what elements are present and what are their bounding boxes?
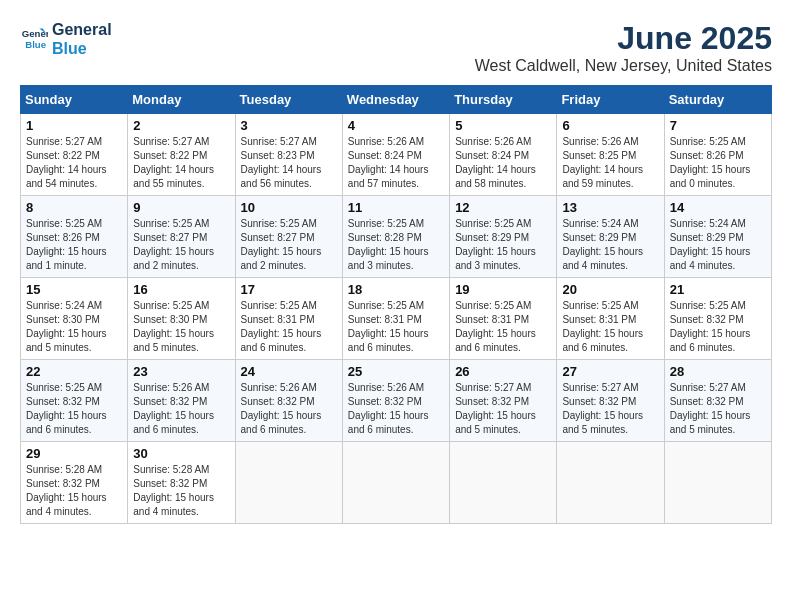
calendar-cell: 10Sunrise: 5:25 AM Sunset: 8:27 PM Dayli… (235, 196, 342, 278)
calendar-header-thursday: Thursday (450, 86, 557, 114)
day-info: Sunrise: 5:25 AM Sunset: 8:26 PM Dayligh… (670, 135, 766, 191)
calendar-cell: 29Sunrise: 5:28 AM Sunset: 8:32 PM Dayli… (21, 442, 128, 524)
calendar-cell: 30Sunrise: 5:28 AM Sunset: 8:32 PM Dayli… (128, 442, 235, 524)
day-number: 26 (455, 364, 551, 379)
day-number: 6 (562, 118, 658, 133)
location-title: West Caldwell, New Jersey, United States (475, 57, 772, 75)
day-info: Sunrise: 5:26 AM Sunset: 8:24 PM Dayligh… (348, 135, 444, 191)
calendar-cell (235, 442, 342, 524)
title-section: June 2025 West Caldwell, New Jersey, Uni… (475, 20, 772, 75)
day-info: Sunrise: 5:27 AM Sunset: 8:23 PM Dayligh… (241, 135, 337, 191)
calendar-header-saturday: Saturday (664, 86, 771, 114)
calendar-header-row: SundayMondayTuesdayWednesdayThursdayFrid… (21, 86, 772, 114)
day-info: Sunrise: 5:28 AM Sunset: 8:32 PM Dayligh… (133, 463, 229, 519)
calendar-cell: 11Sunrise: 5:25 AM Sunset: 8:28 PM Dayli… (342, 196, 449, 278)
calendar-cell: 2Sunrise: 5:27 AM Sunset: 8:22 PM Daylig… (128, 114, 235, 196)
day-number: 13 (562, 200, 658, 215)
calendar-header-wednesday: Wednesday (342, 86, 449, 114)
calendar-header-friday: Friday (557, 86, 664, 114)
page-header: General Blue General Blue June 2025 West… (20, 20, 772, 75)
calendar-header-monday: Monday (128, 86, 235, 114)
day-number: 4 (348, 118, 444, 133)
calendar-cell: 20Sunrise: 5:25 AM Sunset: 8:31 PM Dayli… (557, 278, 664, 360)
calendar-cell: 3Sunrise: 5:27 AM Sunset: 8:23 PM Daylig… (235, 114, 342, 196)
calendar-cell: 26Sunrise: 5:27 AM Sunset: 8:32 PM Dayli… (450, 360, 557, 442)
day-info: Sunrise: 5:26 AM Sunset: 8:32 PM Dayligh… (133, 381, 229, 437)
svg-text:General: General (22, 28, 48, 39)
logo-icon: General Blue (20, 25, 48, 53)
day-info: Sunrise: 5:26 AM Sunset: 8:32 PM Dayligh… (241, 381, 337, 437)
day-number: 8 (26, 200, 122, 215)
calendar-cell: 6Sunrise: 5:26 AM Sunset: 8:25 PM Daylig… (557, 114, 664, 196)
day-number: 27 (562, 364, 658, 379)
day-info: Sunrise: 5:24 AM Sunset: 8:29 PM Dayligh… (562, 217, 658, 273)
calendar-cell: 18Sunrise: 5:25 AM Sunset: 8:31 PM Dayli… (342, 278, 449, 360)
day-number: 14 (670, 200, 766, 215)
day-info: Sunrise: 5:25 AM Sunset: 8:27 PM Dayligh… (241, 217, 337, 273)
day-info: Sunrise: 5:25 AM Sunset: 8:32 PM Dayligh… (670, 299, 766, 355)
calendar-cell: 25Sunrise: 5:26 AM Sunset: 8:32 PM Dayli… (342, 360, 449, 442)
day-number: 9 (133, 200, 229, 215)
calendar-cell (450, 442, 557, 524)
logo-text-block: General Blue (52, 20, 112, 58)
day-info: Sunrise: 5:26 AM Sunset: 8:32 PM Dayligh… (348, 381, 444, 437)
day-info: Sunrise: 5:27 AM Sunset: 8:32 PM Dayligh… (455, 381, 551, 437)
calendar-table: SundayMondayTuesdayWednesdayThursdayFrid… (20, 85, 772, 524)
day-info: Sunrise: 5:26 AM Sunset: 8:24 PM Dayligh… (455, 135, 551, 191)
calendar-cell: 7Sunrise: 5:25 AM Sunset: 8:26 PM Daylig… (664, 114, 771, 196)
day-number: 25 (348, 364, 444, 379)
calendar-cell (664, 442, 771, 524)
day-number: 5 (455, 118, 551, 133)
day-number: 23 (133, 364, 229, 379)
calendar-cell: 15Sunrise: 5:24 AM Sunset: 8:30 PM Dayli… (21, 278, 128, 360)
calendar-cell: 4Sunrise: 5:26 AM Sunset: 8:24 PM Daylig… (342, 114, 449, 196)
calendar-cell: 27Sunrise: 5:27 AM Sunset: 8:32 PM Dayli… (557, 360, 664, 442)
day-number: 24 (241, 364, 337, 379)
day-info: Sunrise: 5:27 AM Sunset: 8:32 PM Dayligh… (670, 381, 766, 437)
calendar-cell (342, 442, 449, 524)
day-info: Sunrise: 5:25 AM Sunset: 8:31 PM Dayligh… (348, 299, 444, 355)
day-number: 3 (241, 118, 337, 133)
calendar-cell: 1Sunrise: 5:27 AM Sunset: 8:22 PM Daylig… (21, 114, 128, 196)
calendar-cell: 13Sunrise: 5:24 AM Sunset: 8:29 PM Dayli… (557, 196, 664, 278)
calendar-cell: 24Sunrise: 5:26 AM Sunset: 8:32 PM Dayli… (235, 360, 342, 442)
day-info: Sunrise: 5:25 AM Sunset: 8:29 PM Dayligh… (455, 217, 551, 273)
month-title: June 2025 (475, 20, 772, 57)
calendar-week-row: 29Sunrise: 5:28 AM Sunset: 8:32 PM Dayli… (21, 442, 772, 524)
day-number: 29 (26, 446, 122, 461)
logo-line2: Blue (52, 39, 112, 58)
calendar-cell: 8Sunrise: 5:25 AM Sunset: 8:26 PM Daylig… (21, 196, 128, 278)
day-number: 12 (455, 200, 551, 215)
day-info: Sunrise: 5:25 AM Sunset: 8:32 PM Dayligh… (26, 381, 122, 437)
day-number: 18 (348, 282, 444, 297)
calendar-cell (557, 442, 664, 524)
calendar-cell: 17Sunrise: 5:25 AM Sunset: 8:31 PM Dayli… (235, 278, 342, 360)
calendar-cell: 9Sunrise: 5:25 AM Sunset: 8:27 PM Daylig… (128, 196, 235, 278)
day-info: Sunrise: 5:25 AM Sunset: 8:30 PM Dayligh… (133, 299, 229, 355)
calendar-header-tuesday: Tuesday (235, 86, 342, 114)
calendar-cell: 21Sunrise: 5:25 AM Sunset: 8:32 PM Dayli… (664, 278, 771, 360)
day-info: Sunrise: 5:24 AM Sunset: 8:30 PM Dayligh… (26, 299, 122, 355)
calendar-cell: 5Sunrise: 5:26 AM Sunset: 8:24 PM Daylig… (450, 114, 557, 196)
day-info: Sunrise: 5:28 AM Sunset: 8:32 PM Dayligh… (26, 463, 122, 519)
day-number: 19 (455, 282, 551, 297)
calendar-cell: 19Sunrise: 5:25 AM Sunset: 8:31 PM Dayli… (450, 278, 557, 360)
calendar-week-row: 1Sunrise: 5:27 AM Sunset: 8:22 PM Daylig… (21, 114, 772, 196)
calendar-body: 1Sunrise: 5:27 AM Sunset: 8:22 PM Daylig… (21, 114, 772, 524)
calendar-week-row: 15Sunrise: 5:24 AM Sunset: 8:30 PM Dayli… (21, 278, 772, 360)
day-number: 22 (26, 364, 122, 379)
day-info: Sunrise: 5:25 AM Sunset: 8:28 PM Dayligh… (348, 217, 444, 273)
day-number: 7 (670, 118, 766, 133)
day-number: 10 (241, 200, 337, 215)
day-info: Sunrise: 5:25 AM Sunset: 8:26 PM Dayligh… (26, 217, 122, 273)
day-number: 16 (133, 282, 229, 297)
day-number: 21 (670, 282, 766, 297)
day-number: 1 (26, 118, 122, 133)
day-info: Sunrise: 5:25 AM Sunset: 8:31 PM Dayligh… (455, 299, 551, 355)
calendar-cell: 22Sunrise: 5:25 AM Sunset: 8:32 PM Dayli… (21, 360, 128, 442)
day-number: 30 (133, 446, 229, 461)
logo-line1: General (52, 20, 112, 39)
logo: General Blue General Blue (20, 20, 112, 58)
day-number: 20 (562, 282, 658, 297)
calendar-cell: 14Sunrise: 5:24 AM Sunset: 8:29 PM Dayli… (664, 196, 771, 278)
